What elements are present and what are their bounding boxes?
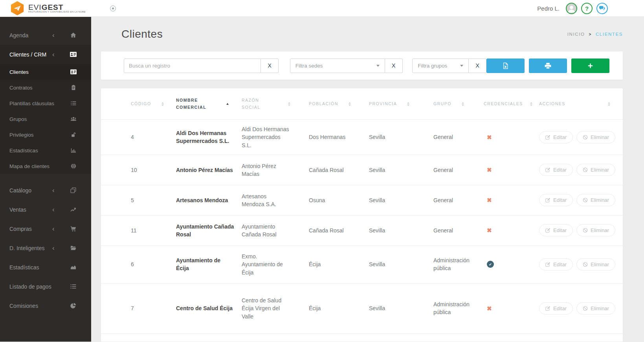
- search-input[interactable]: [124, 59, 261, 73]
- table-row[interactable]: 11 Ayuntamiento Cañada Rosal Ayuntamient…: [101, 216, 623, 246]
- sidebar-item-label: Catálogo: [9, 187, 52, 194]
- sort-icon: [407, 102, 409, 106]
- sidebar-subitem-label: Plantillas cláusulas: [9, 101, 54, 106]
- breadcrumb-current[interactable]: CLIENTES: [596, 32, 623, 37]
- cell-poblacion: Écija: [309, 304, 369, 312]
- sidebar-subitem-privilegios[interactable]: Privilegios: [0, 127, 91, 143]
- credential-x-icon: ✖: [487, 166, 492, 173]
- export-excel-button[interactable]: [486, 59, 525, 73]
- user-avatar[interactable]: [566, 3, 577, 14]
- credential-x-icon: ✖: [487, 197, 492, 203]
- edit-button[interactable]: Editar: [539, 302, 573, 315]
- sidebar-item-clientes-crm[interactable]: Clientes / CRM ‹: [0, 45, 91, 64]
- brand-logo[interactable]: EVIGEST FACTURACIÓN Y CONTABILIDAD EN LA…: [0, 1, 91, 15]
- sidebar-subitem-label: Contratos: [9, 85, 33, 91]
- grupos-clear-button[interactable]: X: [469, 59, 486, 73]
- sidebar-subitem-clientes[interactable]: Clientes: [0, 64, 91, 80]
- cell-poblacion: Écija: [309, 260, 369, 268]
- sidebar-item-agenda[interactable]: Agenda ‹: [0, 26, 91, 45]
- column-header-nombre-comercial[interactable]: NOMBRE COMERCIAL: [176, 97, 242, 111]
- brand-name-bold: GEST: [42, 3, 64, 11]
- column-header-acciones[interactable]: ACCIONES: [539, 101, 623, 108]
- sidebar-subitem-mapa-de-clientes[interactable]: Mapa de clientes: [0, 158, 91, 174]
- table-row[interactable]: 6 Ayuntamiento de Écija Exmo. Ayuntamien…: [101, 246, 623, 283]
- list-icon: [70, 100, 77, 106]
- credential-x-icon: ✖: [487, 305, 492, 312]
- sidebar-item-label: Comisiones: [9, 303, 52, 309]
- sidebar-item-estadisticas-2[interactable]: Estadísticas: [0, 258, 91, 277]
- sidebar-item-ventas[interactable]: Ventas ‹: [0, 200, 91, 219]
- cell-codigo: 6: [131, 260, 176, 268]
- unlock-icon: [70, 132, 77, 138]
- delete-button[interactable]: Eliminar: [576, 302, 615, 315]
- line-chart-icon: [70, 207, 77, 213]
- sidebar-item-compras[interactable]: Compras ‹: [0, 219, 91, 238]
- topbar-right: Pedro L. ?: [537, 3, 644, 14]
- chevron-left-icon: ‹: [52, 245, 55, 251]
- sidebar-subitem-grupos[interactable]: Grupos: [0, 111, 91, 127]
- add-client-button[interactable]: [571, 59, 609, 73]
- help-button[interactable]: ?: [581, 3, 593, 14]
- cell-grupo: General: [433, 227, 484, 234]
- edit-button[interactable]: Editar: [539, 164, 573, 176]
- edit-button[interactable]: Editar: [539, 258, 573, 271]
- person-icon: [567, 3, 576, 14]
- cell-razon-social: Exmo. Ayuntamiento de Écija: [242, 252, 309, 276]
- column-header-grupo[interactable]: GRUPO: [433, 101, 484, 108]
- main-content: Clientes INICIO > CLIENTES X Filtra sede…: [91, 17, 644, 342]
- sidebar-subitem-contratos[interactable]: Contratos: [0, 80, 91, 95]
- sedes-clear-button[interactable]: X: [385, 59, 403, 73]
- page-title: Clientes: [121, 28, 163, 40]
- table-row[interactable]: 4 Aldi Dos Hermanas Supermercados S.L. A…: [101, 120, 623, 155]
- area-chart-icon: [70, 264, 77, 271]
- table-row[interactable]: 5 Artesanos Mendoza Artesanos Mendoza S.…: [101, 185, 623, 216]
- edit-button[interactable]: Editar: [539, 194, 573, 206]
- chevron-left-icon: ‹: [52, 32, 55, 38]
- column-header-razon-social[interactable]: RAZÓN SOCIAL: [242, 97, 309, 111]
- delete-button[interactable]: Eliminar: [576, 258, 615, 271]
- edit-icon: [545, 198, 550, 203]
- sidebar-item-d-inteligentes[interactable]: D. Inteligentes ‹: [0, 238, 91, 258]
- sidebar-toggle-icon[interactable]: [110, 5, 116, 11]
- delete-button[interactable]: Eliminar: [576, 164, 615, 176]
- column-header-poblacion[interactable]: POBLACIÓN: [309, 101, 369, 108]
- breadcrumb-home[interactable]: INICIO: [567, 32, 585, 37]
- credential-x-icon: ✖: [487, 227, 492, 234]
- sidebar-subitem-estadisticas[interactable]: Estadísticas: [0, 143, 91, 158]
- sidebar-item-label: Clientes / CRM: [9, 51, 52, 58]
- list-icon: [70, 283, 77, 290]
- sidebar-item-catalogo[interactable]: Catálogo ‹: [0, 181, 91, 200]
- sedes-filter-select[interactable]: Filtra sedes: [290, 59, 385, 73]
- column-header-provincia[interactable]: PROVINCIA: [369, 101, 433, 108]
- clipboard-icon: [70, 84, 77, 91]
- caret-down-icon: [460, 65, 463, 67]
- grupos-filter-select[interactable]: Filtra grupos: [412, 59, 469, 73]
- chevron-left-icon: ‹: [52, 51, 55, 58]
- table-row[interactable]: 7 Centro de Salud Écija Centro de Salud …: [101, 283, 623, 334]
- clients-table: CÓDIGO NOMBRE COMERCIAL RAZÓN SOCIAL POB…: [101, 88, 623, 342]
- column-header-codigo[interactable]: CÓDIGO: [131, 101, 176, 108]
- column-header-credenciales[interactable]: CREDENCIALES: [484, 101, 539, 108]
- sidebar: Agenda ‹ Clientes / CRM ‹ Clientes Contr…: [0, 17, 91, 342]
- chat-button[interactable]: [596, 3, 608, 14]
- delete-button[interactable]: Eliminar: [576, 131, 615, 143]
- print-button[interactable]: [529, 59, 567, 73]
- edit-button[interactable]: Editar: [539, 224, 573, 236]
- cell-razon-social: Ayuntamiento Cañada Rosal: [242, 223, 309, 239]
- edit-icon: [545, 167, 550, 172]
- sidebar-item-listado-de-pagos[interactable]: Listado de pagos: [0, 277, 91, 296]
- printer-icon: [545, 62, 551, 69]
- bar-chart-icon: [70, 147, 77, 154]
- table-row-partial[interactable]: [101, 334, 623, 342]
- sidebar-item-comisiones[interactable]: Comisiones: [0, 296, 91, 315]
- delete-button[interactable]: Eliminar: [576, 224, 615, 236]
- edit-button[interactable]: Editar: [539, 131, 573, 143]
- sidebar-subitem-plantillas-clausulas[interactable]: Plantillas cláusulas: [0, 95, 91, 111]
- table-header-row: CÓDIGO NOMBRE COMERCIAL RAZÓN SOCIAL POB…: [101, 88, 623, 120]
- cell-codigo: 5: [131, 196, 176, 204]
- search-clear-button[interactable]: X: [261, 59, 279, 73]
- table-row[interactable]: 10 Antonio Pérez Macías Antonio Pérez Ma…: [101, 155, 623, 185]
- delete-button[interactable]: Eliminar: [576, 194, 615, 206]
- chat-bubbles-icon: [599, 5, 605, 12]
- user-name: Pedro L.: [537, 5, 560, 12]
